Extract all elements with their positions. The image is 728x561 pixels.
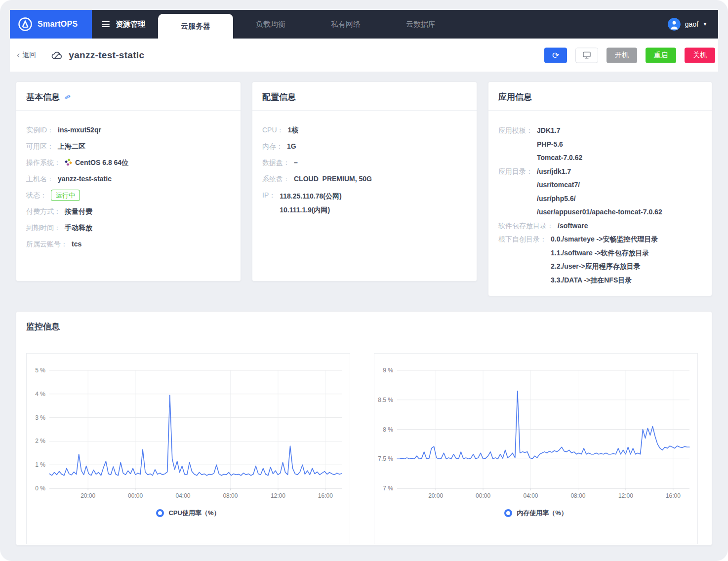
- field-row: 付费方式：按量付费: [26, 205, 231, 217]
- field-label: 根下自创目录：: [498, 233, 547, 287]
- field-label: 操作系统：: [26, 157, 61, 168]
- tab-0[interactable]: 云服务器: [158, 14, 233, 39]
- legend-series-icon: [156, 509, 164, 517]
- field-row: 内存：1G: [262, 140, 467, 152]
- field-row: 软件包存放目录：/software: [498, 219, 702, 233]
- field-value: 运行中: [51, 189, 80, 201]
- tab-3[interactable]: 云数据库: [383, 10, 458, 39]
- field-value: –: [294, 157, 298, 168]
- app-info-fields: 应用模板：JDK1.7PHP-5.6Tomcat-7.0.62应用目录：/usr…: [488, 111, 712, 287]
- field-value: /usr/jdk1.7/usr/tomcat7//usr/php5.6//use…: [537, 165, 662, 219]
- field-value-line: 3.3./DATA ->挂在NFS目录: [551, 274, 658, 287]
- svg-text:7 %: 7 %: [383, 485, 393, 492]
- field-row: 根下自创目录：0.0./smarteye ->安畅监控代理目录1.1./soft…: [498, 233, 702, 287]
- svg-text:7.5 %: 7.5 %: [378, 455, 393, 462]
- basic-info-fields: 实例ID：ins-mxut52qr可用区：上海二区操作系统：CentOS 6.8…: [16, 111, 241, 250]
- field-value-line: 2.2./user->应用程序存放目录: [551, 260, 658, 274]
- field-value-line: /user/appuser01/apache-tomcat-7.0.62: [537, 205, 662, 219]
- page-title: yanzz-test-static: [69, 50, 144, 61]
- field-label: 系统盘：: [262, 173, 290, 185]
- resource-menu[interactable]: 资源管理: [92, 10, 158, 39]
- console-button[interactable]: [575, 47, 598, 63]
- svg-text:12:00: 12:00: [618, 492, 633, 499]
- field-value-line: 10.111.1.9(内网): [280, 203, 341, 217]
- field-row: 到期时间：手动释放: [26, 222, 231, 234]
- svg-text:8 %: 8 %: [383, 426, 393, 433]
- field-row: 实例ID：ins-mxut52qr: [26, 124, 231, 136]
- legend-series-icon: [504, 509, 512, 517]
- user-menu[interactable]: gaof ▼: [668, 10, 707, 39]
- field-value-line: JDK1.7: [537, 124, 582, 138]
- svg-text:16:00: 16:00: [318, 492, 333, 499]
- svg-text:00:00: 00:00: [476, 492, 490, 499]
- svg-text:5 %: 5 %: [35, 367, 45, 374]
- svg-text:04:00: 04:00: [524, 492, 538, 499]
- power-on-button[interactable]: 开机: [607, 47, 637, 63]
- field-value-line: Tomcat-7.0.62: [537, 151, 582, 165]
- app-window: SmartOPS 资源管理 云服务器负载均衡私有网络云数据库 gaof ▼: [0, 0, 728, 561]
- field-value: CLOUD_PREMIUM, 50G: [294, 173, 372, 185]
- brand-logo-area[interactable]: SmartOPS: [10, 10, 92, 39]
- svg-text:00:00: 00:00: [128, 492, 143, 499]
- field-label: 数据盘：: [262, 157, 290, 168]
- svg-text:16:00: 16:00: [666, 492, 681, 499]
- field-value-line: /usr/php5.6/: [537, 192, 662, 206]
- field-row: 系统盘：CLOUD_PREMIUM, 50G: [262, 173, 467, 185]
- field-value: 1G: [287, 140, 296, 152]
- smartops-logo-icon: [18, 17, 33, 32]
- basic-info-card: 基本信息 ✎ 实例ID：ins-mxut52qr可用区：上海二区操作系统：Cen…: [16, 81, 241, 281]
- chart-legend: CPU使用率（%）: [27, 509, 350, 518]
- field-label: 主机名：: [26, 173, 54, 185]
- field-value: tcs: [72, 238, 81, 250]
- edit-icon[interactable]: ✎: [63, 92, 72, 102]
- monitor-icon: [582, 51, 591, 60]
- svg-text:8.5 %: 8.5 %: [378, 397, 393, 403]
- monitor-info-card: 监控信息 20:0000:0004:0008:0012:0016:000 %1 …: [16, 311, 712, 546]
- tab-2[interactable]: 私有网络: [308, 10, 383, 39]
- page-header: ‹ 返回 yanzz-test-static ⟳: [10, 39, 718, 72]
- field-value: yanzz-test-static: [58, 173, 112, 185]
- chart-svg: 20:0000:0004:0008:0012:0016:000 %1 %2 %3…: [27, 354, 350, 502]
- refresh-icon: ⟳: [552, 50, 559, 60]
- chevron-left-icon: ‹: [17, 50, 20, 59]
- memory-chart-panel: 20:0000:0004:0008:0012:0016:007 %7.5 %8 …: [374, 353, 698, 544]
- svg-text:0 %: 0 %: [35, 485, 45, 492]
- field-label: 付费方式：: [26, 205, 61, 217]
- monitor-info-title: 监控信息: [26, 321, 60, 332]
- field-label: CPU：: [262, 124, 284, 136]
- svg-text:4 %: 4 %: [35, 391, 45, 398]
- app-info-card: 应用信息 应用模板：JDK1.7PHP-5.6Tomcat-7.0.62应用目录…: [488, 81, 712, 296]
- legend-label: CPU使用率（%）: [168, 509, 220, 518]
- field-label: 状态：: [26, 189, 47, 201]
- brand-name: SmartOPS: [38, 20, 78, 29]
- svg-text:3 %: 3 %: [35, 414, 45, 421]
- app-info-title: 应用信息: [498, 91, 532, 103]
- field-value: 1核: [288, 124, 299, 136]
- tab-1[interactable]: 负载均衡: [233, 10, 308, 39]
- field-value: JDK1.7PHP-5.6Tomcat-7.0.62: [537, 124, 582, 165]
- field-label: 应用模板：: [498, 124, 533, 165]
- field-value: 上海二区: [58, 140, 85, 152]
- field-label: 到期时间：: [26, 222, 61, 234]
- status-badge: 运行中: [51, 190, 80, 201]
- top-navbar: SmartOPS 资源管理 云服务器负载均衡私有网络云数据库 gaof ▼: [10, 10, 718, 39]
- field-value-line: /usr/tomcat7/: [537, 178, 662, 192]
- svg-text:08:00: 08:00: [570, 492, 585, 499]
- shutdown-button[interactable]: 关机: [685, 47, 715, 63]
- back-button[interactable]: ‹ 返回: [17, 51, 36, 60]
- svg-text:04:00: 04:00: [176, 492, 191, 499]
- cpu-chart-panel: 20:0000:0004:0008:0012:0016:000 %1 %2 %3…: [26, 353, 350, 544]
- resource-menu-label: 资源管理: [116, 20, 145, 29]
- field-value: 手动释放: [65, 222, 92, 234]
- field-label: 应用目录：: [498, 165, 533, 219]
- field-label: 实例ID：: [26, 124, 54, 136]
- refresh-button[interactable]: ⟳: [544, 47, 567, 63]
- basic-info-title: 基本信息: [26, 91, 60, 103]
- field-value: 118.25.110.78(公网)10.111.1.9(内网): [280, 189, 341, 217]
- field-row: 应用模板：JDK1.7PHP-5.6Tomcat-7.0.62: [498, 124, 702, 165]
- restart-button[interactable]: 重启: [646, 47, 676, 63]
- back-label: 返回: [22, 51, 36, 60]
- field-row: CPU：1核: [262, 124, 467, 136]
- field-value-line: 118.25.110.78(公网): [280, 189, 341, 203]
- field-value-line: PHP-5.6: [537, 138, 582, 152]
